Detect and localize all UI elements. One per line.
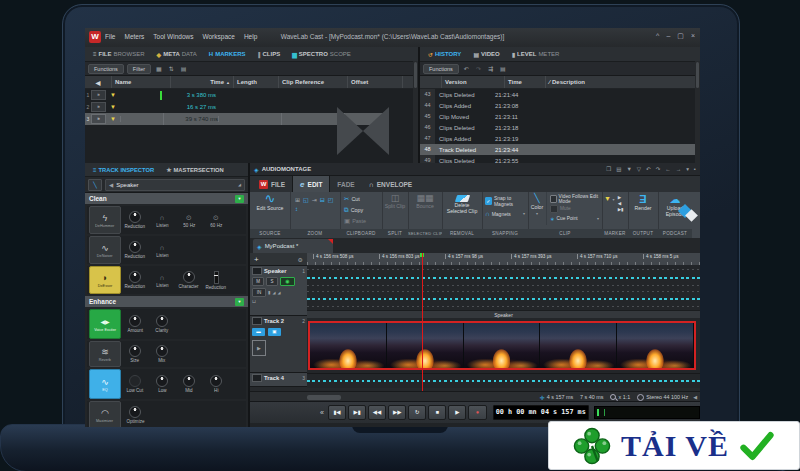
tab-levelmeter[interactable]: ▮ LEVELMETER (507, 48, 565, 61)
routing-icon[interactable]: ⊔ (252, 298, 305, 304)
hi-knob[interactable]: Hi (203, 375, 229, 393)
reduction-knob[interactable]: Reduction (122, 211, 148, 229)
download-badge[interactable]: TẢI VỀ (548, 421, 800, 470)
low-cut-knob[interactable]: Low Cut (122, 375, 148, 393)
listen-toggle[interactable]: ∩Listen (149, 273, 175, 288)
col-time[interactable]: Time▲ (171, 76, 234, 88)
amount-knob[interactable]: Amount (122, 315, 148, 333)
record-enable-button[interactable]: ◉ (280, 277, 295, 286)
delete-marker-icon[interactable]: ▦ (154, 65, 164, 72)
col-length[interactable]: Length (234, 76, 279, 88)
go-to-end-button[interactable]: ▶▮ (348, 405, 366, 420)
track4-header[interactable]: Track 43 (250, 373, 307, 387)
listen-toggle[interactable]: ∩Listen (149, 243, 175, 258)
eq-button[interactable]: ∿ EQ (89, 369, 121, 399)
color-dropdown[interactable]: ╲ Color ▾ (528, 192, 547, 225)
tab-edit[interactable]: e EDIT (292, 175, 330, 192)
mid-knob[interactable]: Mid (176, 375, 202, 393)
reduction-knob[interactable]: Reduction (122, 241, 148, 259)
menu-tool-windows[interactable]: Tool Windows (153, 33, 193, 40)
zoom-in-icon[interactable]: ⊟ (320, 196, 325, 203)
list-icon[interactable]: ⇶ (486, 65, 495, 72)
optimize-knob[interactable]: Optimize (122, 406, 148, 424)
video-track-lane[interactable] (307, 318, 700, 373)
gear-icon[interactable]: ⚙ (298, 256, 303, 263)
nav-back-icon[interactable]: ← (665, 166, 671, 172)
tab-fade[interactable]: FADE (330, 176, 361, 192)
col-time[interactable]: Time (505, 76, 546, 88)
copy-button[interactable]: ⧉Copy (344, 205, 378, 215)
close-button[interactable]: × (691, 32, 695, 40)
maximize-button[interactable]: ▢ (677, 32, 684, 40)
zoom-status[interactable]: x 1:1 (610, 394, 630, 400)
cut-button[interactable]: ✂Cut (344, 194, 378, 204)
reverb-button[interactable]: ≋ Reverb (89, 341, 121, 367)
tab-clips[interactable]: ∥ CLIPS (253, 48, 286, 61)
minimize-button[interactable]: – (666, 32, 670, 40)
track-selector-dropdown[interactable]: ◀ Speaker ◢ (105, 179, 245, 191)
tab-metadata[interactable]: ◆ METADATA (152, 48, 202, 61)
character-knob[interactable]: Character (176, 271, 202, 289)
undo-icon[interactable]: ↶ (462, 65, 471, 72)
compact-icon[interactable]: ▤ (498, 65, 508, 72)
tab-history[interactable]: ↺ HISTORY (423, 48, 466, 61)
video-clip-selected[interactable] (308, 321, 696, 370)
menu-workspace[interactable]: Workspace (202, 33, 234, 40)
playhead-cursor[interactable] (422, 253, 423, 391)
preset-icon[interactable]: ▼ (235, 298, 244, 306)
marker-flag-dropdown[interactable]: ▼ ▾ (604, 195, 615, 213)
go-to-start-button[interactable]: ▮◀ (328, 405, 346, 420)
edit-source-button[interactable]: ∿ Edit Source (250, 192, 290, 212)
folder-icon[interactable]: ▤ (616, 166, 621, 172)
col-name[interactable]: Name (112, 76, 171, 88)
history-scrollbar[interactable] (695, 61, 700, 163)
history-row[interactable]: 44 Clips Added 21:23:08 (420, 100, 700, 111)
layout-icon[interactable]: ^ (656, 32, 659, 40)
mute-button[interactable]: M (252, 277, 264, 286)
history-row-selected[interactable]: 48 Track Deleted 21:23:44 (420, 144, 700, 155)
copy-window-icon[interactable]: ❒ (606, 166, 611, 172)
record-button[interactable]: ● (468, 405, 486, 420)
functions-button[interactable]: Functions (88, 64, 124, 74)
track2-header[interactable]: Track 22 ▬ ▣ ▶ (250, 316, 307, 373)
history-row[interactable]: 43 Clips Deleted 21:21:44 (420, 89, 700, 100)
speaker-config-icon[interactable]: ◀ (693, 394, 697, 400)
mix-knob[interactable]: Mix (149, 345, 175, 363)
cue-point-dropdown[interactable]: ∗ Cue Point ▾ (550, 214, 599, 223)
render-button[interactable]: Ǝ Render (628, 192, 658, 212)
history-row[interactable]: 47 Clips Added 21:23:19 (420, 133, 700, 144)
tab-filebrowser[interactable]: ≡ FILEBROWSER (88, 48, 150, 61)
horizontal-scrollbar-thumb[interactable] (307, 395, 341, 400)
history-row[interactable]: 45 Clip Moved 21:23:11 (420, 111, 700, 122)
clarity-knob[interactable]: Clarity (149, 315, 175, 333)
zoom-audio-icon[interactable]: ◰ (328, 196, 334, 203)
add-track-button[interactable]: + (254, 255, 259, 264)
export-icon[interactable]: ▤ (179, 65, 189, 72)
zoom-whole-icon[interactable]: ◱ (303, 196, 309, 203)
history-row[interactable]: 46 Clips Deleted 21:23:18 (420, 122, 700, 133)
rewind-button[interactable]: ◀◀ (368, 405, 386, 420)
low-knob[interactable]: Low (149, 375, 175, 393)
paste-button[interactable]: ▣Paste (344, 216, 378, 226)
tab-markers[interactable]: H MARKERS (204, 48, 251, 61)
mute-checkbox[interactable]: Mute (550, 204, 599, 213)
split-clip-button[interactable]: ◫ Split Clip (382, 192, 408, 210)
listen-toggle[interactable]: ∩Listen (149, 213, 175, 228)
zoom-selection-icon[interactable]: ⊞ (295, 196, 300, 203)
maximizer-button[interactable]: ◠ Maximizer (89, 401, 121, 427)
tab-master-section[interactable]: ★ MASTERSECTION (161, 163, 229, 176)
filter-button[interactable]: Filter (127, 64, 151, 74)
marker-pair-icon[interactable]: ▶▮ (618, 207, 624, 213)
60hz-toggle[interactable]: ⊙60 Hz (203, 213, 229, 228)
save-as-icon[interactable]: ▽ (637, 166, 641, 172)
size-knob[interactable]: Size (122, 345, 148, 363)
menu-more-icon[interactable]: ▾ (686, 166, 689, 172)
col-version[interactable]: Version (442, 76, 505, 88)
tab-file[interactable]: W FILE (252, 176, 292, 192)
menu-file[interactable]: File (105, 33, 115, 40)
transport-collapse-icon[interactable]: « (320, 409, 324, 416)
dehummer-button[interactable]: ϟ DeHummer (89, 206, 121, 234)
functions-button[interactable]: Functions (423, 64, 459, 74)
tab-track-inspector[interactable]: ≡ TRACK INSPECTOR (88, 163, 159, 176)
zoom-edge-icon[interactable]: ⇥ (312, 196, 317, 203)
